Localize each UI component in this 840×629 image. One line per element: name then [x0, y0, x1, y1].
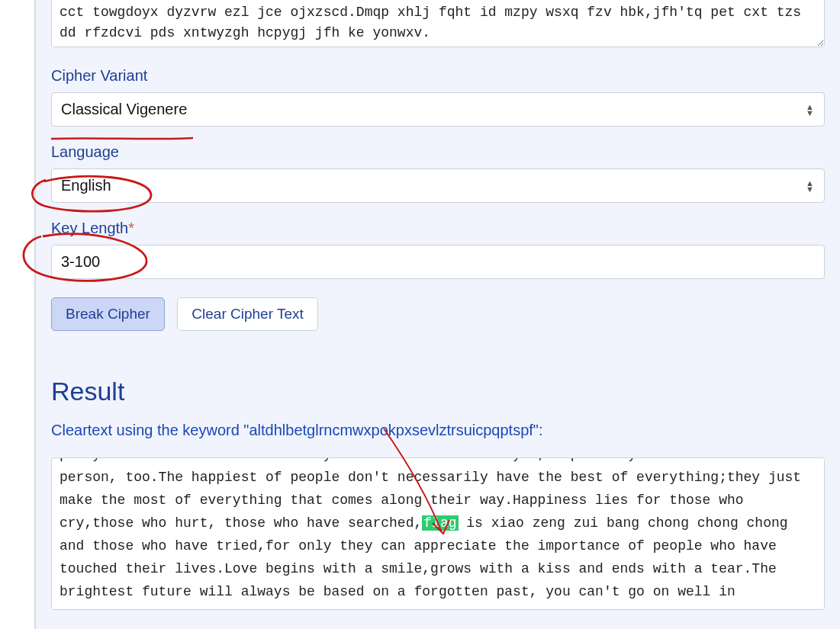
language-select-wrap: English ▲▼ [51, 168, 825, 203]
cipher-text-input[interactable] [51, 0, 825, 47]
key-length-label-text: Key Length [51, 220, 128, 236]
language-label: Language [51, 143, 825, 161]
result-heading: Result [51, 377, 825, 406]
clear-cipher-button[interactable]: Clear Cipher Text [177, 297, 317, 331]
break-cipher-button[interactable]: Break Cipher [51, 297, 165, 331]
button-row: Break Cipher Clear Cipher Text [51, 297, 825, 331]
key-length-input[interactable] [51, 245, 825, 279]
key-length-label: Key Length* [51, 220, 825, 237]
cipher-variant-select-wrap: Classical Vigenere ▲▼ [51, 92, 825, 127]
result-sub-prefix: Cleartext using the keyword " [51, 422, 249, 438]
highlight-flag: flag [422, 515, 458, 531]
cipher-panel: Cipher Variant Classical Vigenere ▲▼ Lan… [34, 0, 840, 629]
cipher-variant-label: Cipher Variant [51, 67, 825, 85]
required-asterisk: * [128, 220, 134, 236]
result-text-area[interactable]: put yourself in others'shoes.If you feel… [51, 457, 825, 610]
cipher-variant-select[interactable]: Classical Vigenere [51, 92, 825, 127]
result-keyword: altdhlbetglrncmwxpokpxsevlztrsuicpqptspf [249, 422, 533, 438]
language-select[interactable]: English [51, 168, 825, 203]
result-subheading: Cleartext using the keyword "altdhlbetgl… [51, 422, 825, 439]
result-sub-suffix: ": [533, 422, 543, 438]
